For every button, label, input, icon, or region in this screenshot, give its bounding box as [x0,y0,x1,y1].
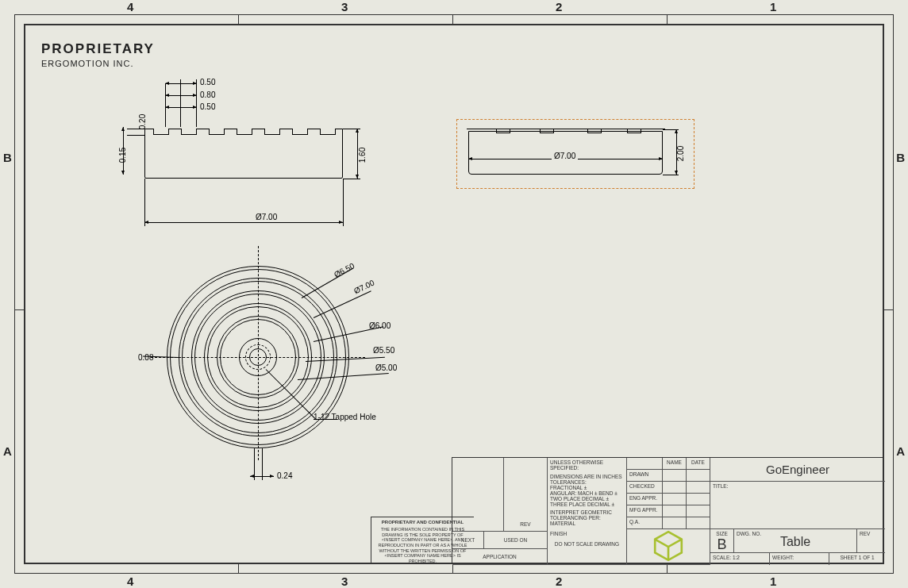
two-place-label: TWO PLACE DECIMAL ± [550,496,624,502]
size-label: SIZE [713,531,731,536]
dim-arrow [165,107,197,108]
dim-2.00: 2.00 [676,146,685,161]
unless-label: UNLESS OTHERWISE SPECIFIED: [550,459,624,471]
ext-line [343,179,344,226]
mfg-label: MFG APPR. [627,505,663,517]
ext-line [180,79,181,127]
zone-col-3-bot: 3 [341,575,348,588]
ext-line [343,179,360,179]
ext-line [663,175,679,175]
side-notch [496,129,510,133]
side-notch [627,129,641,133]
sheet-label: SHEET 1 OF 1 [829,553,885,565]
proprietary-block: PROPRIETARY ERGOMOTION INC. [41,41,155,68]
plan-view [159,254,357,460]
scale-label: SCALE: 1:2 [710,553,770,565]
dns-label: DO NOT SCALE DRAWING [550,541,624,547]
next-assy-label: NEXT ASSY [452,532,484,549]
dwgno-value: Table [737,535,854,549]
zone-row-a-left: A [3,444,12,458]
title-label: TITLE: [710,482,885,529]
weight-label: WEIGHT: [770,553,829,565]
tol-label: TOLERANCES: [550,479,624,485]
zone-tick [14,309,24,310]
application-label: APPLICATION [452,549,548,565]
dim-dia7-section: Ø7.00 [254,213,279,221]
zone-tick [667,564,668,574]
zone-row-a-right: A [896,444,905,458]
checked-label: CHECKED [627,482,663,494]
drawn-label: DRAWN [627,470,663,482]
fractional-label: FRACTIONAL ± [550,485,624,490]
dim-0.15: 0.15 [118,148,127,163]
angular-label: ANGULAR: MACH ± BEND ± [550,490,624,496]
zone-col-4-bot: 4 [127,575,133,588]
dim-0.08: 0.08 [138,353,153,362]
date-hdr: DATE [687,458,710,470]
dim-arrow [165,83,197,84]
ext-line [196,79,197,127]
zone-tick [238,14,239,24]
side-notch [587,129,602,133]
finish-label: FINISH [550,531,624,536]
dim-arrow [144,222,343,223]
dim-arrow [250,476,274,477]
zone-tick [238,564,239,574]
zone-col-4-top: 4 [127,0,133,13]
zone-col-1-top: 1 [770,0,776,13]
proprietary-company: ERGOMOTION INC. [41,59,155,68]
company-name: GoEngineer [710,458,885,482]
cube-icon [652,529,685,563]
zone-tick [452,564,453,574]
eng-label: ENG APPR. [627,494,663,505]
name-hdr: NAME [663,458,687,470]
zone-tick [884,309,894,310]
rev-header: REV [504,520,548,532]
dim-0.24: 0.24 [277,471,292,480]
zone-tick [667,14,668,24]
proprietary-title: PROPRIETARY [41,41,155,57]
ext-line [144,179,145,226]
side-notch [540,129,554,133]
qa-label: Q.A. [627,517,663,529]
zone-col-3-top: 3 [341,0,348,13]
interpret-label: INTERPRET GEOMETRIC [550,509,624,515]
note-tapped-hole: 1-12 Tapped Hole [314,413,376,421]
size-value: B [713,536,731,553]
dim-arrow [165,95,197,96]
zone-col-2-bot: 2 [556,575,562,588]
dim-in-label: DIMENSIONS ARE IN INCHES [550,474,624,479]
zone-row-b-right: B [896,151,905,164]
dim-0.50b: 0.50 [200,102,215,111]
dim-0.20: 0.20 [138,114,147,129]
ext-line [127,135,144,136]
dim-dia5.00: Ø5.00 [375,363,397,372]
dim-dia7-side: Ø7.00 [552,152,578,160]
used-on-label: USED ON [484,532,548,549]
ext-line [262,448,263,480]
zone-col-2-top: 2 [556,0,562,13]
zone-row-b-left: B [3,151,12,164]
ext-line [254,448,255,480]
section-view-body [144,129,343,179]
dim-dia5.50: Ø5.50 [373,346,394,355]
dim-0.50a: 0.50 [200,78,215,86]
dim-0.80: 0.80 [200,90,215,99]
material-label: MATERIAL [550,521,624,526]
rev-label: REV [857,529,885,553]
dim-dia6.00: Ø6.00 [369,321,391,330]
dim-1.60: 1.60 [358,148,367,163]
zone-col-1-bot: 1 [770,575,776,588]
title-block: REV NEXT ASSY USED ON APPLICATION UNLESS… [452,457,884,564]
zone-tick [452,14,453,24]
tolper-label: TOLERANCING PER: [550,515,624,521]
three-place-label: THREE PLACE DECIMAL ± [550,502,624,507]
